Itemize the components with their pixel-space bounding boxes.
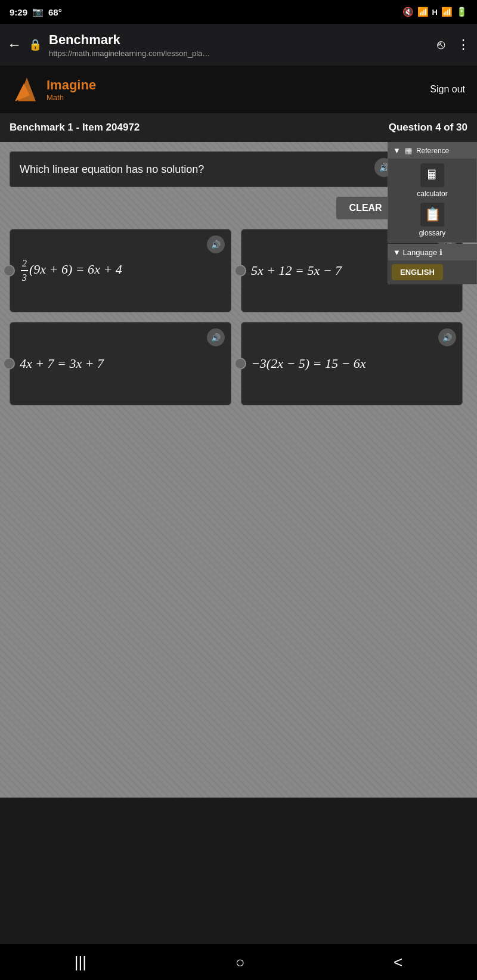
signal-h-icon: H <box>432 8 438 17</box>
imagine-logo-icon <box>12 75 42 104</box>
status-temp: 68° <box>48 7 62 17</box>
back-button[interactable]: < <box>394 953 402 972</box>
logo-container: Imagine Math <box>12 75 96 104</box>
browser-title: Benchmark <box>49 32 430 48</box>
logo-text: Imagine Math <box>47 77 96 102</box>
option-c-sound-button[interactable]: 🔊 <box>207 328 225 346</box>
reference-panel-header[interactable]: ▼ ▦ Reference <box>388 142 476 159</box>
browser-url: https://math.imaginelearning.com/lesson_… <box>49 49 430 58</box>
benchmark-bar: Benchmark 1 - Item 204972 Question 4 of … <box>0 113 477 142</box>
mute-icon: 🔇 <box>402 7 414 17</box>
option-c-radio <box>3 358 15 370</box>
browser-back-button[interactable]: ← <box>7 36 21 53</box>
bottom-nav: ||| ○ < <box>0 944 477 980</box>
calculator-button[interactable]: 🖩 calculator <box>417 163 447 198</box>
sign-out-button[interactable]: Sign out <box>430 84 465 95</box>
status-right: 🔇 📶 H 📶 🔋 <box>402 7 467 17</box>
signal-bars-icon: 📶 <box>441 7 453 17</box>
question-counter: Question 4 of 30 <box>389 122 467 134</box>
language-panel-header[interactable]: ▼ Language ℹ <box>388 244 476 260</box>
option-a-radio <box>3 265 15 277</box>
status-time: 9:29 <box>10 7 27 17</box>
share-icon[interactable]: ⎋ <box>437 37 445 52</box>
option-c[interactable]: 🔊 4x + 7 = 3x + 7 <box>10 322 231 405</box>
language-label: ▼ Language ℹ <box>393 248 442 257</box>
option-d[interactable]: 🔊 −3(2x − 5) = 15 − 6x <box>241 322 463 405</box>
reference-text: Reference <box>416 147 449 155</box>
status-left: 9:29 📷 68° <box>10 7 62 17</box>
option-a[interactable]: 🔊 23(9x + 6) = 6x + 4 <box>10 229 231 312</box>
more-options-icon[interactable]: ⋮ <box>457 37 470 52</box>
browser-bar: ← 🔒 Benchmark https://math.imaginelearni… <box>0 24 477 66</box>
reference-panel: ▼ ▦ Reference 🖩 calculator 📋 glossary <box>388 142 477 243</box>
reference-collapse-icon: ▼ <box>393 146 401 155</box>
glossary-icon: 📋 <box>420 203 444 227</box>
option-b-radio <box>234 265 246 277</box>
question-box: Which linear equation has no solution? 🔊 <box>10 151 400 187</box>
browser-url-block: Benchmark https://math.imaginelearning.c… <box>49 32 430 58</box>
battery-icon: 🔋 <box>456 7 467 17</box>
logo-imagine: Imagine <box>47 77 96 93</box>
calculator-label: calculator <box>417 190 447 198</box>
clear-button[interactable]: CLEAR <box>336 197 395 219</box>
option-c-math: 4x + 7 = 3x + 7 <box>20 355 104 373</box>
browser-actions: ⎋ ⋮ <box>437 37 470 52</box>
app-header: Imagine Math Sign out <box>0 66 477 113</box>
option-b-math: 5x + 12 = 5x − 7 <box>251 262 342 280</box>
recent-apps-button[interactable]: ||| <box>75 953 86 972</box>
status-bar: 9:29 📷 68° 🔇 📶 H 📶 🔋 <box>0 0 477 24</box>
reference-panel-body: 🖩 calculator 📋 glossary <box>388 159 476 242</box>
logo-math: Math <box>47 93 96 102</box>
side-panel: ▼ ▦ Reference 🖩 calculator 📋 glossary ▼ … <box>388 142 477 284</box>
glossary-label: glossary <box>419 229 446 237</box>
benchmark-title: Benchmark 1 - Item 204972 <box>10 122 140 134</box>
language-panel: ▼ Language ℹ ENGLISH <box>388 244 477 284</box>
option-d-math: −3(2x − 5) = 15 − 6x <box>251 355 366 373</box>
wifi-icon: 📶 <box>417 7 429 17</box>
option-d-radio <box>234 358 246 370</box>
lock-icon: 🔒 <box>29 38 42 51</box>
language-button[interactable]: ENGLISH <box>392 264 443 280</box>
glossary-button[interactable]: 📋 glossary <box>419 203 446 237</box>
option-a-math: 23(9x + 6) = 6x + 4 <box>20 257 122 285</box>
option-d-sound-button[interactable]: 🔊 <box>438 328 456 346</box>
main-content: Which linear equation has no solution? 🔊… <box>0 142 477 798</box>
question-text: Which linear equation has no solution? <box>20 163 204 176</box>
calculator-icon: 🖩 <box>420 163 444 187</box>
camera-icon: 📷 <box>32 7 44 17</box>
reference-icon: ▦ <box>405 146 412 155</box>
option-a-sound-button[interactable]: 🔊 <box>207 235 225 253</box>
home-button[interactable]: ○ <box>236 953 245 972</box>
